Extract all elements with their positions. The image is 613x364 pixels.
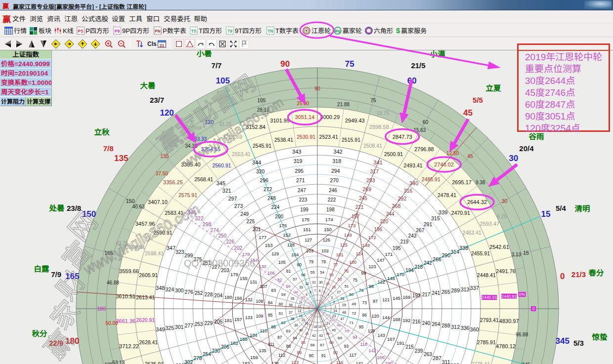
svg-text:204: 204 (214, 293, 222, 298)
svg-text:80: 80 (297, 262, 302, 267)
svg-text:156: 156 (234, 295, 242, 301)
svg-text:30: 30 (502, 198, 508, 204)
svg-text:90: 90 (280, 59, 290, 69)
svg-text:11: 11 (299, 300, 303, 304)
svg-text:239: 239 (415, 348, 423, 354)
svg-text:153: 153 (265, 243, 273, 248)
svg-text:立夏: 立夏 (485, 84, 501, 92)
svg-text:92: 92 (333, 350, 338, 355)
svg-text:2793.41: 2793.41 (480, 317, 499, 323)
svg-text:3610.51: 3610.51 (116, 293, 135, 299)
svg-text:P9: P9 (115, 28, 120, 33)
svg-text:134: 134 (250, 333, 257, 338)
svg-text:172: 172 (368, 235, 376, 240)
svg-text:2523.41: 2523.41 (319, 134, 338, 140)
svg-text:225: 225 (247, 219, 255, 224)
svg-text:174: 174 (325, 217, 333, 222)
svg-text:128: 128 (287, 243, 295, 247)
svg-text:135: 135 (114, 154, 128, 163)
svg-text:86: 86 (271, 324, 276, 329)
svg-text:1: 1 (334, 305, 336, 308)
svg-text:297: 297 (228, 196, 237, 202)
svg-text:195: 195 (393, 245, 401, 251)
svg-text:168: 168 (393, 317, 400, 322)
svg-text:247: 247 (298, 188, 306, 193)
svg-text:132: 132 (245, 297, 253, 302)
svg-text:74: 74 (359, 288, 364, 293)
svg-text:18.75: 18.75 (377, 111, 389, 116)
svg-text:264: 264 (432, 322, 440, 327)
svg-text:2628.41: 2628.41 (139, 339, 158, 345)
svg-text:2440.91: 2440.91 (482, 295, 497, 300)
svg-text:291: 291 (424, 221, 433, 227)
svg-text:179: 179 (230, 272, 238, 277)
svg-text:224: 224 (271, 204, 280, 210)
svg-text:157: 157 (234, 317, 242, 322)
svg-text:3051.14: 3051.14 (295, 114, 315, 120)
svg-text:2593.47: 2593.47 (480, 221, 500, 227)
svg-text:秋分: 秋分 (32, 329, 47, 338)
svg-text:惊蛰: 惊蛰 (592, 333, 608, 341)
svg-text:120: 120 (160, 108, 174, 118)
svg-text:349: 349 (156, 326, 165, 332)
svg-text:41: 41 (305, 332, 309, 335)
svg-text:2515.91: 2515.91 (342, 137, 360, 143)
svg-text:95: 95 (359, 324, 364, 329)
svg-text:10: 10 (301, 296, 305, 299)
svg-text:小满: 小满 (429, 50, 445, 58)
svg-text:5/5: 5/5 (473, 96, 483, 104)
svg-text:3712.22: 3712.22 (119, 343, 139, 349)
svg-text:339: 339 (438, 209, 447, 215)
svg-text:65: 65 (301, 340, 306, 345)
svg-text:20: 20 (322, 324, 326, 327)
svg-text:180: 180 (224, 294, 232, 300)
svg-text:37: 37 (289, 311, 293, 314)
svg-text:318: 318 (333, 158, 342, 164)
svg-text:7/8: 7/8 (103, 144, 114, 153)
svg-text:3000.29: 3000.29 (320, 114, 340, 120)
svg-text:25: 25 (342, 303, 346, 307)
svg-text:6.25: 6.25 (497, 214, 507, 219)
svg-text:4780.12: 4780.12 (496, 343, 516, 349)
svg-text:73: 73 (362, 300, 367, 305)
svg-text:122: 122 (378, 280, 385, 284)
svg-text:343: 343 (292, 149, 301, 155)
svg-text:2613.41: 2613.41 (136, 294, 155, 300)
svg-text:16: 16 (305, 322, 308, 325)
svg-text:127: 127 (305, 238, 312, 243)
svg-text:110: 110 (260, 328, 267, 333)
svg-text:268: 268 (392, 203, 401, 209)
svg-text:64: 64 (293, 336, 297, 340)
svg-text:4830.97: 4830.97 (499, 318, 519, 324)
svg-text:83: 83 (271, 288, 276, 293)
svg-text:290: 290 (442, 252, 451, 258)
svg-text:91: 91 (321, 353, 326, 358)
svg-text:3: 3 (331, 296, 333, 299)
svg-text:101: 101 (336, 252, 344, 257)
svg-text:250: 250 (219, 233, 227, 239)
svg-text:29: 29 (326, 282, 330, 285)
svg-text:Big: Big (335, 29, 340, 33)
svg-text:96: 96 (362, 313, 367, 318)
svg-text:47: 47 (341, 317, 345, 321)
svg-text:63: 63 (286, 329, 290, 333)
svg-text:123: 123 (369, 264, 376, 269)
svg-text:46: 46 (337, 324, 341, 327)
svg-text:320: 320 (256, 168, 265, 174)
svg-text:323: 323 (175, 249, 184, 255)
svg-text:QQ:4008009366: QQ:4008009366 (184, 258, 255, 269)
svg-text:84: 84 (268, 300, 273, 305)
svg-text:5: 5 (323, 290, 325, 294)
svg-text:249: 249 (240, 211, 249, 217)
svg-text:116: 116 (336, 360, 343, 364)
svg-text:111: 111 (268, 342, 275, 347)
svg-text:228: 228 (205, 292, 213, 297)
svg-text:131: 131 (250, 280, 257, 284)
svg-text:2847.73: 2847.73 (393, 134, 412, 140)
svg-text:21.88: 21.88 (337, 102, 350, 107)
svg-text:53.13: 53.13 (112, 360, 125, 364)
svg-text:79: 79 (309, 259, 314, 264)
svg-text:267: 267 (416, 227, 425, 233)
svg-text:182: 182 (230, 340, 238, 346)
svg-text:321: 321 (222, 188, 231, 194)
